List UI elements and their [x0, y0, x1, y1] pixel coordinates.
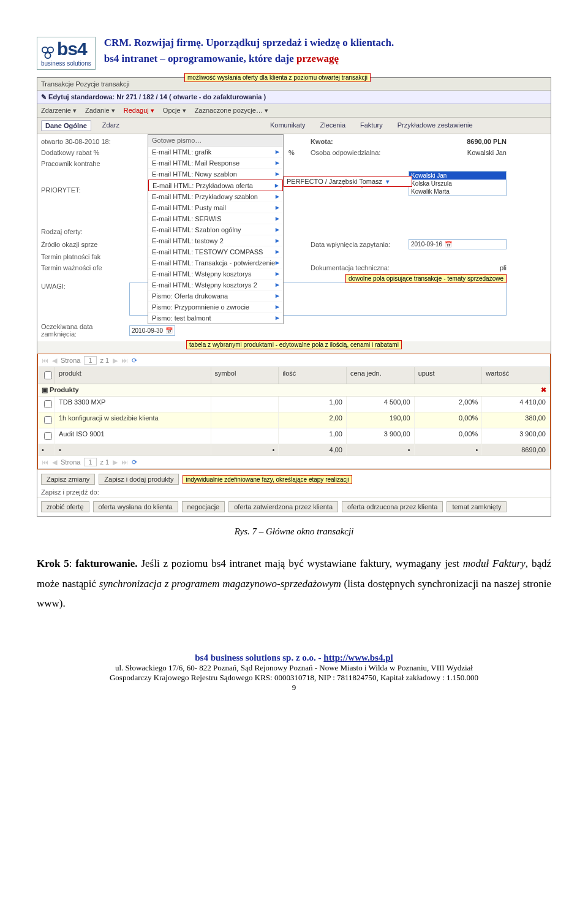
submenu-recipient[interactable]: PERFECTO / Jarzębski Tomasz▾ [284, 176, 412, 187]
dd-item[interactable]: E-mail HTML: Przykładowy szablon▸ [148, 191, 283, 202]
input-data-wplyniecia[interactable]: 2010-09-16📅 [409, 239, 507, 249]
table-row[interactable]: Audit ISO 90011,003 900,000,00%3 900,00 [38, 428, 550, 444]
pager-prev-icon[interactable]: ◀ [52, 458, 57, 466]
chevron-down-icon: ▾ [386, 178, 390, 186]
phase-button[interactable]: oferta wysłana do klienta [93, 501, 178, 512]
label-osoba-odp: Osoba odpowiedzialna: [311, 149, 409, 156]
dd-item[interactable]: E-mail HTML: grafik▸ [148, 146, 283, 157]
page-footer: bs4 business solutions sp. z o.o. - http… [37, 653, 551, 692]
person-item[interactable]: Kowalski Jan [409, 172, 506, 180]
table-row[interactable]: TDB 3300 MXP1,004 500,002,00%4 410,00 [38, 396, 550, 412]
label-kwota: Kwota: [311, 138, 409, 145]
label-termin-waznosci: Termin ważności ofe [41, 264, 127, 271]
chevron-right-icon: ▸ [276, 226, 279, 233]
tab-komunikaty[interactable]: Komunikaty [266, 120, 309, 131]
pager-prev-icon[interactable]: ◀ [52, 357, 57, 365]
logo-text: bs4 [57, 39, 87, 59]
tab-zestawienie[interactable]: Przykładowe zestawienie [394, 120, 477, 131]
pager-page-input[interactable]: 1 [84, 458, 96, 466]
input-oczekiwana-data[interactable]: 2010-09-30📅 [129, 325, 175, 336]
phase-button[interactable]: temat zamknięty [447, 501, 507, 512]
col-upust[interactable]: upust [415, 367, 483, 384]
dd-item[interactable]: E-mail HTML: TESTOWY COMPASS▸ [148, 246, 283, 257]
chevron-right-icon: ▸ [276, 281, 279, 289]
pager-first-icon[interactable]: ⏮ [42, 458, 48, 466]
menu-opcje[interactable]: Opcje ▾ [163, 107, 186, 115]
row-checkbox[interactable] [44, 400, 52, 408]
svg-point-0 [42, 47, 48, 53]
refresh-icon[interactable]: ⟳ [132, 458, 137, 466]
dd-item[interactable]: Pismo: Oferta drukowana▸ [148, 290, 283, 302]
row-checkbox[interactable] [44, 432, 52, 440]
person-item[interactable]: Kolska Urszula [409, 180, 506, 188]
phase-button[interactable]: oferta odrzucona przez klienta [342, 501, 443, 512]
pager-first-icon[interactable]: ⏮ [42, 357, 48, 364]
annotation-fields: dowolne pola opisujące transakcje - tema… [345, 274, 507, 283]
col-symbol[interactable]: symbol [211, 367, 279, 384]
dd-item[interactable]: E-mail HTML: Pusty mail▸ [148, 202, 283, 213]
dd-item[interactable]: E-mail HTML: Transakcja - potwierdzenie▸ [148, 257, 283, 268]
pager-last-icon[interactable]: ⏭ [121, 357, 128, 364]
body-paragraph: Krok 5: fakturowanie. Jeśli z poziomu bs… [37, 554, 551, 613]
chevron-right-icon: ▸ [276, 259, 279, 267]
dd-item[interactable]: E-mail HTML: Szablon ogólny▸ [148, 224, 283, 235]
dd-item[interactable]: E-mail HTML: SERWIS▸ [148, 213, 283, 224]
phase-button[interactable]: negocjacje [182, 501, 225, 512]
tab-zdarz[interactable]: Zdarz [99, 120, 123, 131]
figure-caption: Rys. 7 – Główne okno transakcji [37, 526, 551, 537]
menu-zdarzenie[interactable]: Zdarzenie ▾ [41, 107, 77, 115]
footer-link[interactable]: http://www.bs4.pl [323, 653, 393, 662]
value-dokumentacja: pli [409, 264, 507, 271]
menu-redaguj[interactable]: Redaguj ▾ [124, 107, 154, 115]
table-row[interactable]: 1h konfiguracji w siedzibie klienta2,001… [38, 412, 550, 428]
menu-zadanie[interactable]: Zadanie ▾ [85, 107, 115, 115]
products-table: ⏮ ◀ Strona 1 z 1 ▶ ⏭ ⟳ produkt symbol il… [37, 354, 551, 469]
calendar-icon[interactable]: 📅 [445, 241, 452, 248]
value-osoba-odp: Kowalski Jan [409, 149, 507, 156]
dd-item[interactable]: Pismo: Przypomnienie o zwrocie▸ [148, 302, 283, 313]
tab-zlecenia[interactable]: Zlecenia [316, 120, 349, 131]
phase-button[interactable]: zrobić ofertę [41, 501, 89, 512]
tab-faktury[interactable]: Faktury [356, 120, 386, 131]
row-checkbox[interactable] [44, 416, 52, 424]
dd-item[interactable]: E-mail HTML: Nowy szablon▸ [148, 169, 283, 180]
pager-last-icon[interactable]: ⏭ [121, 458, 128, 466]
col-produkt[interactable]: produkt [55, 367, 211, 384]
redaguj-dropdown[interactable]: Gotowe pismo… E-mail HTML: grafik▸ E-mai… [148, 134, 284, 324]
pager-top: ⏮ ◀ Strona 1 z 1 ▶ ⏭ ⟳ [38, 354, 550, 367]
percent-sign: % [288, 149, 311, 156]
label-otwarto: otwarto 30-08-2010 18: [41, 138, 127, 145]
label-uwagi: UWAGI: [41, 283, 121, 290]
people-list[interactable]: Kowalski Jan Kolska Urszula Kowalik Mart… [409, 171, 507, 196]
dd-item[interactable]: E-mail HTML: Wstępny kosztorys 2▸ [148, 279, 283, 290]
chevron-right-icon: ▸ [276, 159, 279, 167]
checkbox-all[interactable] [44, 371, 52, 379]
col-wartosc[interactable]: wartość [482, 367, 550, 384]
table-group-produkty[interactable]: ▣ Produkty✖ [38, 384, 550, 396]
dd-item-selected[interactable]: E-mail HTML: Przykładowa oferta▸ [148, 180, 283, 191]
calendar-icon[interactable]: 📅 [165, 327, 173, 334]
chevron-right-icon: ▸ [276, 303, 279, 311]
refresh-icon[interactable]: ⟳ [132, 357, 137, 365]
annotation-table: tabela z wybranymi produktami - edytowal… [186, 340, 402, 349]
menu-zaznaczone[interactable]: Zaznaczone pozycje… ▾ [195, 107, 268, 115]
pager-next-icon[interactable]: ▶ [113, 458, 118, 466]
chevron-right-icon: ▸ [276, 314, 279, 322]
svg-point-2 [45, 53, 50, 58]
dd-item[interactable]: Pismo: test balmont▸ [148, 313, 283, 324]
dd-item[interactable]: E-mail HTML: Wstępny kosztorys▸ [148, 268, 283, 279]
phase-button[interactable]: oferta zatwierdzona przez klienta [228, 501, 338, 512]
button-zapisz-dodaj[interactable]: Zapisz i dodaj produkty [99, 474, 179, 485]
dd-item[interactable]: E-mail HTML: Mail Response▸ [148, 157, 283, 169]
col-cena[interactable]: cena jedn. [347, 367, 415, 384]
chevron-right-icon: ▸ [276, 192, 279, 200]
sub-tabs: Dane Ogólne Zdarz Komunikaty Zlecenia Fa… [37, 118, 551, 134]
person-item[interactable]: Kowalik Marta [409, 188, 506, 195]
dd-item[interactable]: E-mail HTML: testowy 2▸ [148, 235, 283, 246]
pager-next-icon[interactable]: ▶ [113, 357, 118, 365]
tab-dane-ogolne[interactable]: Dane Ogólne [41, 120, 91, 131]
delete-icon[interactable]: ✖ [541, 386, 546, 394]
pager-page-input[interactable]: 1 [84, 356, 96, 365]
col-ilosc[interactable]: ilość [279, 367, 347, 384]
button-zapisz-zmiany[interactable]: Zapisz zmiany [41, 474, 95, 485]
